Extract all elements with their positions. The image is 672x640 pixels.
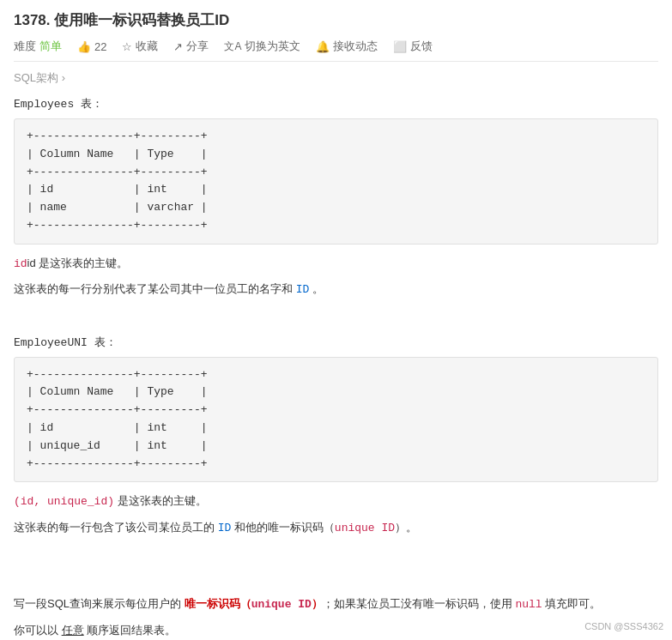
- switch-label: 切换为英文: [245, 39, 300, 54]
- notify-item[interactable]: 🔔 接收动态: [316, 39, 378, 54]
- like-count: 22: [94, 40, 106, 53]
- bottom-line2: 你可以以 任意 顺序返回结果表。: [14, 619, 658, 640]
- feedback-label: 反馈: [410, 39, 433, 54]
- share-item[interactable]: ↗ 分享: [173, 39, 209, 54]
- like-item[interactable]: 👍 22: [77, 40, 106, 53]
- breadcrumb-separator: ›: [62, 71, 65, 84]
- employees-id-ref: ID: [296, 283, 310, 296]
- difficulty-level: 简单: [39, 39, 62, 54]
- employeeuni-id-ref: ID: [218, 522, 232, 534]
- page-title: 1378. 使用唯一标识码替换员工ID: [14, 10, 658, 30]
- employeeuni-table-label: EmployeeUNI 表：: [14, 335, 658, 350]
- employeeuni-table-name: EmployeeUNI: [14, 336, 88, 349]
- section-employeeuni: EmployeeUNI 表： +---------------+--------…: [14, 335, 658, 539]
- bottom-line1: 写一段SQL查询来展示每位用户的 唯一标识码（unique ID）；如果某位员工…: [14, 593, 658, 616]
- employeeuni-table-suffix: 表：: [88, 336, 117, 349]
- employees-table-name: Employees: [14, 98, 74, 111]
- employeeuni-desc2: 这张表的每一行包含了该公司某位员工的 ID 和他的唯一标识码（unique ID…: [14, 517, 658, 538]
- employeeuni-pk-keyword: (id, unique_id): [14, 495, 114, 508]
- null-keyword: null: [515, 598, 542, 611]
- breadcrumb-link[interactable]: SQL架构: [14, 71, 58, 84]
- employees-desc2: 这张表的每一行分别代表了某公司其中一位员工的名字和 ID 。: [14, 279, 658, 299]
- bottom-section: 写一段SQL查询来展示每位用户的 唯一标识码（unique ID）；如果某位员工…: [14, 593, 658, 640]
- employees-table-label: Employees 表：: [14, 96, 658, 112]
- bell-icon: 🔔: [316, 40, 330, 53]
- toolbar: 难度 简单 👍 22 ☆ 收藏 ↗ 分享 文A 切换为英文 🔔 接收动态 ⬜ 反…: [14, 39, 658, 62]
- feedback-icon: ⬜: [393, 40, 407, 53]
- employeeuni-table-schema: +---------------+---------+ | Column Nam…: [14, 357, 658, 483]
- switch-lang-item[interactable]: 文A 切换为英文: [224, 39, 300, 54]
- watermark: CSDN @SSS4362: [584, 621, 663, 631]
- section-employees: Employees 表： +---------------+---------+…: [14, 96, 658, 300]
- difficulty-label: 难度: [14, 39, 36, 54]
- any-order-text: 任意: [62, 624, 84, 637]
- employeeuni-uniqueid-ref: unique ID: [335, 522, 395, 534]
- employees-table-suffix: 表：: [74, 98, 103, 111]
- notify-label: 接收动态: [333, 39, 378, 54]
- difficulty-item: 难度 简单: [14, 39, 62, 54]
- breadcrumb[interactable]: SQL架构 ›: [14, 70, 658, 86]
- employees-table-schema: +---------------+---------+ | Column Nam…: [14, 118, 658, 245]
- share-icon: ↗: [173, 40, 183, 53]
- collect-label: 收藏: [136, 39, 158, 54]
- employees-id-keyword: id: [14, 257, 27, 270]
- employees-desc1: idid 是这张表的主键。: [14, 253, 658, 274]
- feedback-item[interactable]: ⬜ 反馈: [393, 39, 433, 54]
- translate-icon: 文A: [224, 39, 241, 54]
- employeeuni-desc1: (id, unique_id) 是这张表的主键。: [14, 491, 658, 511]
- share-label: 分享: [186, 39, 209, 54]
- collect-item[interactable]: ☆ 收藏: [122, 39, 158, 54]
- star-icon: ☆: [122, 40, 132, 53]
- unique-id-highlight: 唯一标识码（unique ID）: [185, 597, 323, 610]
- like-icon: 👍: [77, 40, 91, 53]
